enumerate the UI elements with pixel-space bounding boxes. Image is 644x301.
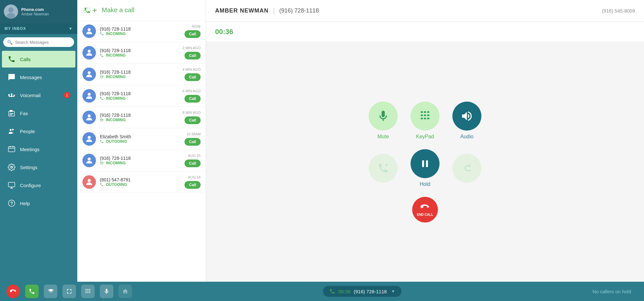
home-bottom-button[interactable] xyxy=(118,285,132,298)
svg-rect-41 xyxy=(426,160,428,167)
call-action-button[interactable]: Call xyxy=(185,116,201,124)
hold-label: Hold xyxy=(420,181,431,187)
call-list-item-5[interactable]: (916) 728-1118 INCOMING 8 MIN AGO Call xyxy=(77,107,206,128)
hold-button[interactable]: Hold xyxy=(411,149,440,187)
mute-bottom-button[interactable] xyxy=(100,285,113,298)
call-action-button[interactable]: Call xyxy=(185,73,201,81)
app: Phone.com Amber Newman MY INBOX ▼ 🔍 xyxy=(0,0,644,301)
call-action-button[interactable]: Call xyxy=(185,95,201,103)
call-meta: 2 MIN AGO Call xyxy=(183,46,201,59)
svg-rect-47 xyxy=(89,291,90,292)
active-call-indicator: 00:36 (916) 728-1118 ▼ xyxy=(137,286,587,297)
call-type: INCOMING xyxy=(100,161,181,165)
mute-label: Mute xyxy=(377,134,389,140)
sidebar-item-help[interactable]: ? Help xyxy=(2,195,75,212)
main-layout: Phone.com Amber Newman MY INBOX ▼ 🔍 xyxy=(0,0,644,282)
search-input[interactable] xyxy=(15,40,70,45)
call-time: 4 MIN AGO xyxy=(183,68,201,71)
keypad-bottom-button[interactable] xyxy=(81,285,95,298)
sidebar-item-voicemail[interactable]: Voicemail 1 xyxy=(2,87,75,104)
svg-rect-18 xyxy=(8,182,15,187)
call-info: (916) 728-1118 INCOMING xyxy=(100,69,179,79)
call-number: (916) 728-1118 xyxy=(100,69,179,75)
call-action-button[interactable]: Call xyxy=(185,52,201,59)
call-type: INCOMING xyxy=(100,53,179,58)
call-panel: AMBER NEWMAN | (916) 728-1118 (916) 545-… xyxy=(206,0,644,282)
messages-icon xyxy=(7,73,16,82)
wifi-bottom-button[interactable] xyxy=(44,285,57,298)
end-call-bottom-button[interactable] xyxy=(6,285,20,298)
call-list-item-1[interactable]: (916) 728-1118 INCOMING NOW Call xyxy=(77,21,206,42)
call-list-item-7[interactable]: (916) 728-1118 INCOMING AUG 25 Call xyxy=(77,150,206,171)
svg-point-29 xyxy=(88,158,90,160)
svg-rect-39 xyxy=(427,118,430,119)
call-meta: 6 MIN AGO Call xyxy=(183,89,201,103)
call-action-button[interactable]: Call xyxy=(185,181,201,189)
make-call-header[interactable]: Make a call xyxy=(77,0,206,21)
sidebar-item-people[interactable]: People xyxy=(2,123,75,140)
svg-point-23 xyxy=(88,28,90,31)
svg-rect-31 xyxy=(421,111,423,113)
voicemail-badge: 1 xyxy=(64,92,70,98)
mute-button[interactable]: Mute xyxy=(369,102,398,140)
sidebar-item-meetings[interactable]: Meetings xyxy=(2,141,75,158)
meetings-label: Meetings xyxy=(20,147,40,152)
call-time: 8 MIN AGO xyxy=(183,111,201,114)
call-list-item-6[interactable]: Elizabeth Smith OUTGOING 10:38AM Call xyxy=(77,128,206,150)
audio-button[interactable]: Audio xyxy=(452,102,481,140)
sidebar-item-settings[interactable]: Settings xyxy=(2,159,75,176)
call-controls: Mute xyxy=(206,42,644,282)
site-name: Phone.com xyxy=(21,7,49,12)
call-avatar xyxy=(82,46,96,59)
audio-circle xyxy=(452,102,481,131)
call-type: INCOMING xyxy=(100,118,179,122)
svg-point-28 xyxy=(88,136,90,139)
svg-rect-43 xyxy=(87,289,88,290)
expand-bottom-button[interactable] xyxy=(62,285,76,298)
avatar xyxy=(4,5,18,19)
svg-point-12 xyxy=(12,129,14,131)
sidebar-item-calls[interactable]: Calls xyxy=(2,51,75,68)
call-number: Elizabeth Smith xyxy=(100,134,181,139)
svg-rect-36 xyxy=(427,114,430,116)
active-call-timer: 00:36 xyxy=(338,289,351,294)
end-call-button[interactable]: END CALL xyxy=(412,197,438,223)
search-box[interactable]: 🔍 xyxy=(3,37,74,47)
call-avatar xyxy=(82,24,96,38)
transfer-button[interactable] xyxy=(452,154,481,183)
user-name: Amber Newman xyxy=(21,12,49,16)
svg-rect-38 xyxy=(424,118,426,119)
call-action-button[interactable]: Call xyxy=(185,138,201,146)
call-line-right: (916) 545-8009 xyxy=(602,8,635,14)
svg-rect-13 xyxy=(8,147,15,152)
svg-rect-3 xyxy=(8,94,10,96)
call-pill-dropdown[interactable]: ▼ xyxy=(391,289,395,294)
dialpad-bottom-button[interactable] xyxy=(25,285,39,298)
inbox-selector[interactable]: MY INBOX ▼ xyxy=(0,23,77,34)
call-number: (916) 728-1118 xyxy=(100,113,179,118)
fax-icon xyxy=(7,109,16,118)
call-info: (916) 728-1118 INCOMING xyxy=(100,48,179,58)
call-list-item-2[interactable]: (916) 728-1118 INCOMING 2 MIN AGO Call xyxy=(77,42,206,64)
call-action-button[interactable]: Call xyxy=(185,30,201,38)
sidebar: Phone.com Amber Newman MY INBOX ▼ 🔍 xyxy=(0,0,77,282)
active-call-pill[interactable]: 00:36 (916) 728-1118 ▼ xyxy=(323,286,402,297)
sidebar-item-messages[interactable]: Messages xyxy=(2,69,75,86)
mute-circle xyxy=(369,102,398,131)
call-action-button[interactable]: Call xyxy=(185,160,201,167)
svg-point-24 xyxy=(88,50,90,53)
call-contact-name: AMBER NEWMAN xyxy=(215,7,269,14)
sidebar-item-configure[interactable]: Configure xyxy=(2,177,75,194)
svg-rect-48 xyxy=(86,292,87,293)
call-separator: | xyxy=(273,7,275,14)
configure-label: Configure xyxy=(20,183,41,188)
audio-label: Audio xyxy=(460,134,474,140)
controls-row-top: Mute xyxy=(369,102,481,140)
keypad-button[interactable]: KeyPad xyxy=(411,102,440,140)
make-call-label: Make a call xyxy=(102,6,134,14)
add-call-button[interactable] xyxy=(369,154,398,183)
call-list-item-8[interactable]: (801) 547-8791 OUTGOING AUG 18 Call xyxy=(77,171,206,193)
sidebar-item-fax[interactable]: Fax xyxy=(2,105,75,122)
call-list-item-4[interactable]: (916) 728-1118 INCOMING 6 MIN AGO Call xyxy=(77,85,206,107)
call-list-item-3[interactable]: (916) 728-1118 INCOMING 4 MIN AGO Call xyxy=(77,64,206,85)
